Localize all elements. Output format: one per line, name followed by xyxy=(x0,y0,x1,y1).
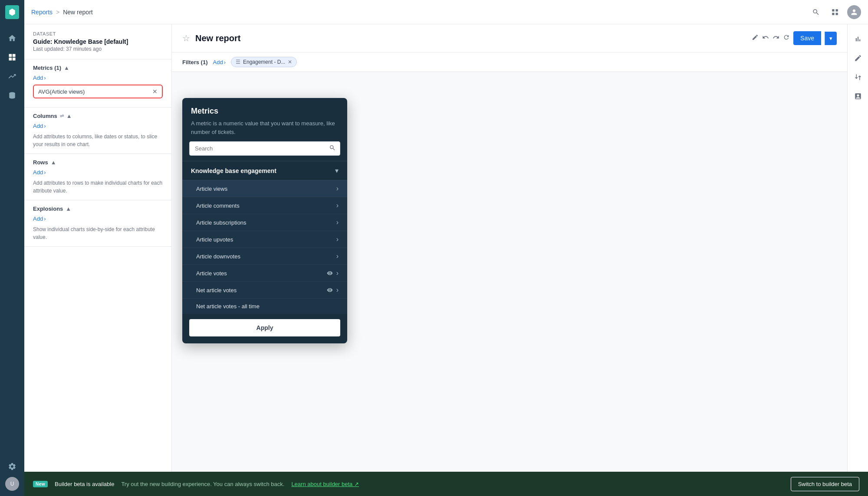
svg-rect-0 xyxy=(9,54,12,57)
breadcrumb-parent[interactable]: Reports xyxy=(31,9,53,16)
grid-view-button[interactable] xyxy=(828,5,842,19)
header-avatar[interactable] xyxy=(847,5,861,19)
left-navigation: U xyxy=(0,0,24,496)
explosions-add[interactable]: Add › xyxy=(33,215,163,222)
dataset-section: Dataset Guide: Knowledge Base [default] … xyxy=(24,24,171,59)
transform-button[interactable] xyxy=(850,69,866,85)
edit-tool-button[interactable] xyxy=(850,50,866,66)
metrics-category[interactable]: Knowledge base engagement ▾ xyxy=(182,161,347,180)
metrics-item-article-comments[interactable]: Article comments › xyxy=(182,197,347,214)
svg-rect-2 xyxy=(9,58,12,61)
rows-title: Rows ▲ xyxy=(33,159,56,166)
svg-rect-8 xyxy=(836,13,838,15)
edit-button[interactable] xyxy=(752,34,759,42)
bottom-bar-sub-text: Try out the new building experience. You… xyxy=(121,481,284,487)
breadcrumb: Reports > New report xyxy=(31,9,93,16)
metrics-apply-button[interactable]: Apply xyxy=(189,319,340,336)
metrics-item-label-net-article-votes: Net article votes xyxy=(196,287,237,294)
filter-close-button[interactable]: ✕ xyxy=(288,59,292,65)
undo-button[interactable] xyxy=(762,34,769,42)
search-button[interactable] xyxy=(809,5,823,19)
metrics-item-article-subscriptions[interactable]: Article subscriptions › xyxy=(182,214,347,231)
chart-type-button[interactable] xyxy=(850,31,866,47)
columns-section-header: Columns ⇌ ▲ xyxy=(33,113,163,119)
metrics-item-label-article-upvotes: Article upvotes xyxy=(196,236,233,243)
columns-add[interactable]: Add › xyxy=(33,123,163,129)
metrics-popup: Metrics A metric is a numeric value that… xyxy=(182,98,347,343)
metrics-category-chevron: ▾ xyxy=(335,166,339,175)
filter-tag-engagement[interactable]: ☰ Engagement - D... ✕ xyxy=(231,57,297,67)
nav-icon-home[interactable] xyxy=(3,29,21,47)
columns-hint: Add attributes to columns, like dates or… xyxy=(33,133,163,148)
sidebar-panel: Dataset Guide: Knowledge Base [default] … xyxy=(24,24,172,496)
metrics-item-article-upvotes[interactable]: Article upvotes › xyxy=(182,231,347,248)
metrics-item-article-votes[interactable]: Article votes › xyxy=(182,264,347,281)
filter-tag-label: Engagement - D... xyxy=(243,59,285,65)
columns-section: Columns ⇌ ▲ Add › Add attributes to colu… xyxy=(24,108,171,154)
metrics-add[interactable]: Add › xyxy=(33,75,163,81)
nav-icon-data[interactable] xyxy=(3,87,21,104)
star-button[interactable]: ☆ xyxy=(182,33,190,43)
filters-label: Filters (1) xyxy=(182,59,208,65)
metrics-item-label-net-article-votes-alltime: Net article votes - all time xyxy=(196,303,260,310)
metrics-popup-header: Metrics A metric is a numeric value that… xyxy=(182,98,347,141)
switch-to-builder-button[interactable]: Switch to builder beta xyxy=(791,477,859,491)
svg-rect-7 xyxy=(832,13,834,15)
redo-button[interactable] xyxy=(773,34,779,42)
top-bar-actions xyxy=(809,5,861,19)
rows-add[interactable]: Add › xyxy=(33,169,163,176)
rows-section-header: Rows ▲ xyxy=(33,159,163,166)
columns-collapse[interactable]: ▲ xyxy=(66,113,72,119)
top-bar: Reports > New report xyxy=(24,0,868,24)
learn-about-link[interactable]: Learn about builder beta ↗ xyxy=(291,481,359,487)
refresh-button[interactable] xyxy=(783,34,790,42)
calculator-button[interactable] xyxy=(850,88,866,104)
new-badge: New xyxy=(33,481,48,487)
metrics-search-input[interactable] xyxy=(189,141,340,156)
metrics-item-arrow-article-subscriptions: › xyxy=(336,219,339,226)
svg-rect-5 xyxy=(832,9,834,11)
dataset-label: Dataset xyxy=(33,31,163,36)
metrics-item-label-article-views: Article views xyxy=(196,186,227,192)
metrics-item-net-article-votes-alltime[interactable]: Net article votes - all time xyxy=(182,298,347,314)
svg-rect-3 xyxy=(13,58,16,61)
filter-add-button[interactable]: Add › xyxy=(213,59,226,65)
metrics-search-container xyxy=(189,141,340,156)
metrics-section: Metrics (1) ▲ Add › AVG(Article views) ✕ xyxy=(24,59,171,108)
explosions-section: Explosions ▲ Add › Show individual chart… xyxy=(24,200,171,247)
filter-icon: ☰ xyxy=(236,59,240,65)
metrics-item-net-article-votes[interactable]: Net article votes › xyxy=(182,281,347,298)
metric-remove-btn[interactable]: ✕ xyxy=(152,88,158,95)
rows-section: Rows ▲ Add › Add attributes to rows to m… xyxy=(24,154,171,200)
save-button[interactable]: Save xyxy=(793,31,821,45)
eye-icon-article-votes xyxy=(327,270,333,276)
rows-collapse[interactable]: ▲ xyxy=(51,159,56,166)
metrics-item-label-article-downvotes: Article downvotes xyxy=(196,253,240,260)
rows-hint: Add attributes to rows to make individua… xyxy=(33,179,163,195)
explosions-hint: Show individual charts side-by-side for … xyxy=(33,225,163,241)
nav-icon-dashboard[interactable] xyxy=(3,49,21,66)
explosions-collapse[interactable]: ▲ xyxy=(66,206,71,212)
metrics-section-header: Metrics (1) ▲ xyxy=(33,65,163,71)
nav-icon-reports[interactable] xyxy=(3,68,21,85)
user-avatar[interactable]: U xyxy=(5,477,19,491)
report-actions: Save ▾ xyxy=(752,31,837,45)
save-dropdown-button[interactable]: ▾ xyxy=(825,32,837,45)
main-wrapper: Reports > New report Dataset Guide: Know… xyxy=(24,0,868,496)
dataset-title: Guide: Knowledge Base [default] xyxy=(33,38,163,45)
metrics-item-article-views[interactable]: Article views › xyxy=(182,180,347,197)
dataset-subtitle: Last updated: 37 minutes ago xyxy=(33,46,163,52)
eye-icon-net-article-votes xyxy=(327,287,333,293)
app-logo[interactable] xyxy=(5,5,19,19)
metrics-item-article-downvotes[interactable]: Article downvotes › xyxy=(182,248,347,264)
metrics-popup-desc: A metric is a numeric value that you wan… xyxy=(191,119,339,136)
metrics-collapse[interactable]: ▲ xyxy=(64,65,69,71)
report-title: New report xyxy=(195,33,240,43)
metrics-item-icons-article-votes: › xyxy=(327,269,339,277)
metrics-item-arrow-article-upvotes: › xyxy=(336,235,339,243)
columns-title: Columns ⇌ ▲ xyxy=(33,113,72,119)
nav-icon-settings[interactable] xyxy=(3,458,21,475)
metrics-item-arrow-article-views: › xyxy=(336,185,339,193)
metrics-title: Metrics (1) ▲ xyxy=(33,65,69,71)
metric-item-avg[interactable]: AVG(Article views) ✕ xyxy=(33,85,163,98)
